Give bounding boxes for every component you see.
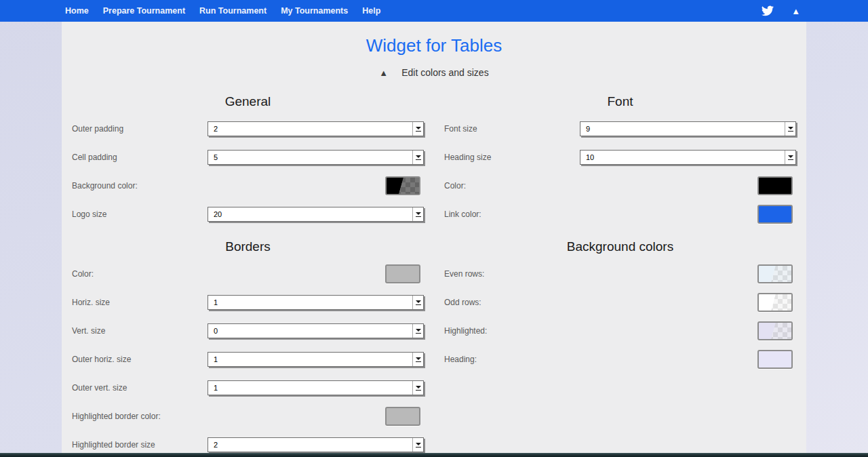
transparency-checker	[387, 178, 419, 194]
even-rows-swatch[interactable]	[757, 264, 793, 283]
setting-row-heading-size: Heading size10	[434, 143, 806, 172]
setting-label: Outer horiz. size	[72, 355, 208, 364]
setting-label: Outer vert. size	[72, 383, 208, 393]
color-swatch[interactable]	[757, 176, 793, 195]
highlighted-border-color-swatch[interactable]	[385, 407, 420, 426]
cell-padding-select[interactable]: 5	[208, 150, 424, 165]
highlighted-swatch[interactable]	[757, 321, 793, 340]
setting-label: Heading:	[444, 355, 580, 364]
select-value: 9	[580, 122, 785, 136]
dropdown-arrow-icon[interactable]	[412, 296, 423, 309]
setting-label: Color:	[444, 181, 580, 191]
settings-grid: GeneralOuter padding2Cell padding5Backgr…	[62, 83, 806, 457]
edit-colors-toggle[interactable]: ▲ Edit colors and sizes	[62, 67, 806, 78]
dropdown-arrow-icon[interactable]	[412, 122, 423, 136]
select-value: 1	[208, 296, 412, 309]
select-value: 1	[208, 353, 412, 366]
horiz-size-select[interactable]: 1	[208, 295, 424, 310]
section-font: FontFont size9Heading size10Color:Link c…	[434, 83, 806, 228]
outer-padding-select[interactable]: 2	[208, 121, 424, 136]
section-background-colors: Background colorsEven rows:Odd rows:High…	[434, 228, 806, 457]
setting-row-even-rows: Even rows:	[434, 260, 806, 288]
section-heading: Borders	[62, 239, 434, 254]
setting-row-highlighted: Highlighted:	[434, 317, 806, 345]
content-panel: Widget for Tables ▲ Edit colors and size…	[62, 22, 806, 457]
outer-horiz-size-select[interactable]: 1	[208, 352, 424, 367]
setting-label: Highlighted border size	[72, 440, 208, 450]
setting-row-outer-vert-size: Outer vert. size1	[62, 374, 434, 402]
select-value: 2	[208, 438, 412, 452]
dropdown-arrow-icon[interactable]	[785, 151, 795, 164]
nav-item-prepare-tournament[interactable]: Prepare Tournament	[103, 6, 185, 16]
nav-items: HomePrepare TournamentRun TournamentMy T…	[65, 6, 380, 16]
highlighted-border-size-select[interactable]: 2	[208, 437, 424, 452]
font-size-select[interactable]: 9	[580, 121, 796, 136]
nav-item-help[interactable]: Help	[362, 6, 380, 16]
collapse-triangle-icon[interactable]: ▲	[379, 68, 388, 77]
setting-row-horiz-size: Horiz. size1	[62, 288, 434, 317]
vert-size-select[interactable]: 0	[208, 323, 424, 338]
dropdown-arrow-icon[interactable]	[412, 381, 423, 395]
background-color-swatch[interactable]	[385, 176, 420, 195]
section-general: GeneralOuter padding2Cell padding5Backgr…	[62, 83, 434, 228]
heading-swatch[interactable]	[757, 350, 793, 369]
setting-label: Logo size	[72, 210, 208, 219]
setting-row-link-color: Link color:	[434, 200, 806, 228]
select-value: 1	[208, 381, 412, 395]
select-value: 20	[208, 207, 412, 221]
select-value: 2	[208, 122, 412, 136]
setting-row-highlighted-border-color: Highlighted border color:	[62, 402, 434, 431]
link-color-swatch[interactable]	[757, 205, 793, 224]
window-bottom-edge	[0, 453, 868, 457]
setting-label: Heading size	[444, 153, 580, 162]
setting-row-outer-horiz-size: Outer horiz. size1	[62, 345, 434, 374]
navbar: HomePrepare TournamentRun TournamentMy T…	[0, 0, 868, 22]
dropdown-arrow-icon[interactable]	[412, 438, 423, 452]
nav-item-my-tournaments[interactable]: My Tournaments	[281, 6, 348, 16]
dropdown-arrow-icon[interactable]	[785, 122, 795, 136]
setting-row-odd-rows: Odd rows:	[434, 288, 806, 317]
dropdown-arrow-icon[interactable]	[412, 151, 423, 164]
nav-item-home[interactable]: Home	[65, 6, 89, 16]
edit-colors-label: Edit colors and sizes	[401, 67, 488, 78]
setting-label: Vert. size	[72, 326, 208, 336]
setting-label: Horiz. size	[72, 298, 208, 307]
twitter-icon[interactable]	[760, 5, 775, 17]
setting-row-logo-size: Logo size20	[62, 200, 434, 228]
setting-row-font-size: Font size9	[434, 115, 806, 143]
section-borders: BordersColor:Horiz. size1Vert. size0Oute…	[62, 228, 434, 457]
heading-size-select[interactable]: 10	[580, 150, 796, 165]
scroll-top-icon[interactable]: ▲	[791, 7, 800, 16]
setting-label: Link color:	[444, 210, 580, 219]
setting-label: Even rows:	[444, 269, 580, 279]
setting-row-background-color: Background color:	[62, 172, 434, 200]
nav-item-run-tournament[interactable]: Run Tournament	[199, 6, 267, 16]
color-swatch[interactable]	[385, 264, 420, 283]
odd-rows-swatch[interactable]	[757, 293, 793, 312]
select-value: 10	[580, 151, 785, 164]
section-heading: Font	[434, 94, 806, 109]
page-title: Widget for Tables	[62, 35, 806, 56]
setting-label: Background color:	[72, 181, 208, 191]
logo-size-select[interactable]: 20	[208, 207, 424, 222]
dropdown-arrow-icon[interactable]	[412, 353, 423, 366]
select-value: 5	[208, 151, 412, 164]
dropdown-arrow-icon[interactable]	[412, 324, 423, 338]
outer-vert-size-select[interactable]: 1	[208, 380, 424, 395]
section-heading: General	[62, 94, 434, 109]
setting-row-color: Color:	[434, 172, 806, 200]
setting-label: Highlighted:	[444, 326, 580, 336]
transparency-checker	[759, 323, 791, 339]
setting-row-heading: Heading:	[434, 345, 806, 374]
setting-label: Outer padding	[72, 124, 208, 134]
transparency-checker	[759, 294, 791, 311]
setting-label: Color:	[72, 269, 208, 279]
select-value: 0	[208, 324, 412, 338]
setting-row-color: Color:	[62, 260, 434, 288]
setting-label: Cell padding	[72, 153, 208, 162]
setting-label: Highlighted border color:	[72, 412, 208, 421]
setting-label: Odd rows:	[444, 298, 580, 307]
setting-label: Font size	[444, 124, 580, 134]
dropdown-arrow-icon[interactable]	[412, 207, 423, 221]
section-heading: Background colors	[434, 239, 806, 254]
